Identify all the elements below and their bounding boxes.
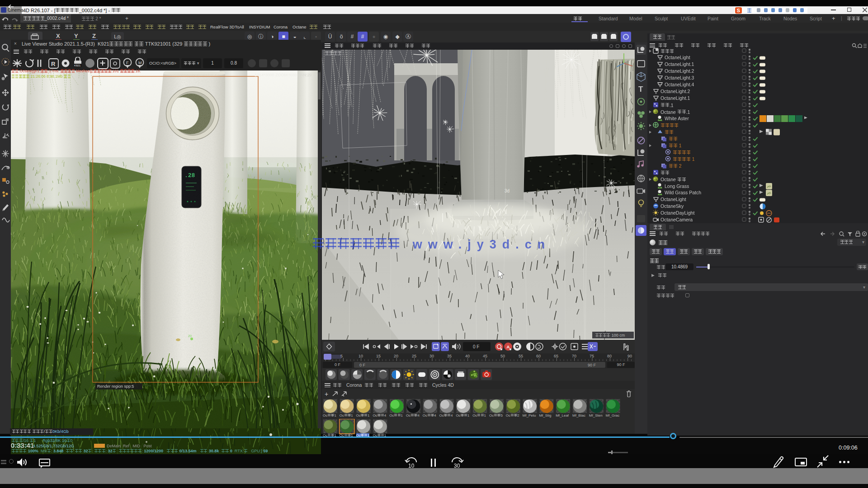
svg-text:A: A xyxy=(507,344,510,349)
svg-text:70: 70 xyxy=(572,354,576,358)
svg-text:3d: 3d xyxy=(505,188,509,193)
svg-text:40: 40 xyxy=(465,354,470,358)
svg-text:R: R xyxy=(51,61,56,67)
svg-text:15: 15 xyxy=(376,354,381,358)
svg-text:30: 30 xyxy=(454,463,460,468)
svg-text:10: 10 xyxy=(359,354,363,358)
svg-text:75: 75 xyxy=(590,354,594,358)
svg-text:65: 65 xyxy=(554,354,558,358)
svg-text:10: 10 xyxy=(408,463,415,468)
svg-text:90: 90 xyxy=(627,354,632,358)
svg-text:Render region spp:5: Render region spp:5 xyxy=(97,384,134,389)
svg-text:25: 25 xyxy=(412,354,416,358)
svg-text:F: F xyxy=(126,61,129,65)
svg-text:M: M xyxy=(138,61,142,65)
svg-text:35: 35 xyxy=(447,354,452,358)
svg-text:60: 60 xyxy=(536,354,541,358)
svg-text:0 F: 0 F xyxy=(473,344,479,349)
svg-text:20: 20 xyxy=(394,354,398,358)
svg-text:30: 30 xyxy=(429,354,434,358)
svg-text:T: T xyxy=(638,85,643,94)
svg-text:55: 55 xyxy=(519,354,523,358)
svg-text:80: 80 xyxy=(607,354,612,358)
svg-text:50: 50 xyxy=(500,354,505,358)
svg-text:45: 45 xyxy=(483,354,487,358)
svg-text:K921: K921 xyxy=(74,64,81,67)
